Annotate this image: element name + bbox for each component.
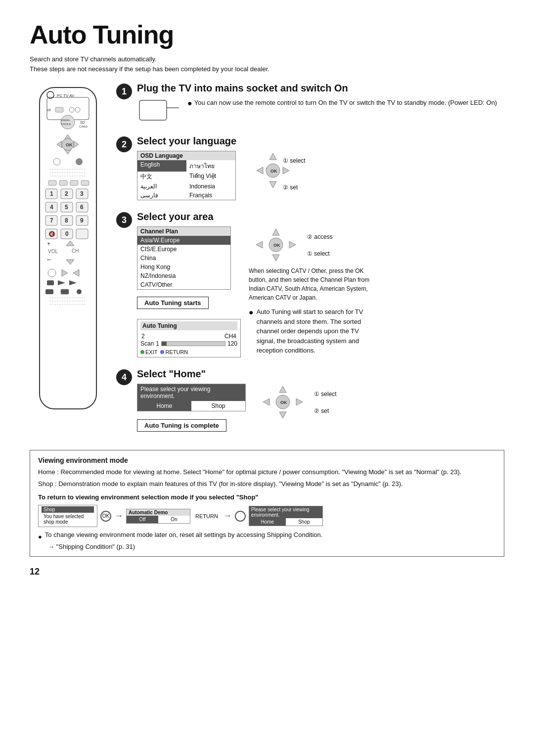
svg-text:OK: OK	[273, 243, 280, 248]
svg-rect-24	[48, 180, 56, 185]
osd-cell-vietnamese: Tiếng Việt	[186, 172, 235, 182]
svg-marker-74	[283, 167, 289, 174]
svg-text:9: 9	[80, 217, 84, 224]
remote-control-svg: PC TV AV I/II VIERA TOOLS SD CARD OK	[30, 83, 106, 439]
step-2-title: Select your language	[137, 135, 504, 147]
at-scan-num: 1	[156, 340, 159, 347]
step-1-title: Plug the TV into mains socket and switch…	[137, 83, 504, 94]
svg-text:CARD: CARD	[79, 125, 88, 128]
svg-text:1: 1	[50, 190, 53, 197]
home-option-home: Home	[137, 401, 191, 411]
step3-bullet-text: Auto Tuning will start to search for TV …	[257, 307, 377, 356]
chan-nz: NZ/Indonesia	[137, 271, 230, 280]
svg-point-6	[69, 107, 74, 112]
step-4-title: Select "Home"	[137, 368, 504, 380]
arrow-1: →	[114, 511, 123, 521]
at-scan-label: Scan	[140, 340, 154, 347]
osd-cell-french: Français	[186, 191, 235, 200]
step-4-content: Select "Home" Please select your viewing…	[137, 368, 504, 432]
at-exit-label: EXIT	[145, 349, 157, 355]
view-env-shop: Shop	[286, 518, 322, 526]
svg-rect-64	[61, 289, 69, 294]
auto-tuning-box: Auto Tuning 2 CH4 Scan 1	[137, 319, 241, 357]
at-progress-fill	[162, 342, 167, 346]
step-4-badge: 4	[116, 369, 132, 385]
step4-left: Please select your viewing environment. …	[137, 384, 246, 432]
at-exit-btn: EXIT	[140, 349, 157, 355]
svg-marker-61	[58, 280, 65, 285]
ok-circle-1: OK	[100, 511, 111, 522]
return-label-flow: RETURN	[195, 513, 218, 519]
step-2-dpad: OK ① select ② set	[246, 151, 310, 191]
svg-rect-63	[45, 289, 53, 294]
osd-cell-indonesia: Indonesia	[186, 182, 235, 191]
chan-header: Channel Plan	[137, 227, 230, 236]
step-1-row: 1 Plug the TV into mains socket and swit…	[116, 83, 504, 128]
svg-marker-73	[257, 167, 263, 174]
svg-text:OK: OK	[270, 169, 277, 174]
svg-text:6: 6	[80, 204, 84, 211]
step3-labels: ② access ① select	[307, 233, 333, 257]
svg-marker-83	[279, 386, 286, 393]
svg-point-57	[48, 269, 56, 277]
step-1-content: Plug the TV into mains socket and switch…	[137, 83, 504, 128]
osd-cell-chinese: 中文	[137, 172, 186, 182]
at-channel: CH4	[224, 333, 236, 340]
auto-tuning-starts: Auto Tuning starts	[137, 297, 209, 309]
chan-cis: CIS/E.Europe	[137, 245, 230, 254]
auto-demo-off: Off	[127, 516, 158, 523]
svg-rect-27	[81, 180, 89, 185]
arrow-2: →	[223, 511, 232, 521]
svg-text:SD: SD	[80, 121, 85, 124]
step-3-row: 3 Select your area Channel Plan Asia/W.E…	[116, 211, 504, 360]
auto-demo-on: On	[158, 516, 190, 523]
page-number: 12	[30, 567, 504, 577]
svg-marker-62	[69, 280, 77, 285]
blue-dot	[160, 350, 164, 354]
svg-marker-85	[263, 399, 269, 405]
step-4-row: 4 Select "Home" Please select your viewi…	[116, 368, 504, 432]
view-env-home: Home	[249, 518, 286, 526]
osd-language-table: OSD Language English ภาษาไทย 中文 Tiếng Vi…	[137, 151, 236, 203]
step3-catv-note: When selecting CATV / Other, press the O…	[249, 267, 377, 302]
svg-marker-80	[289, 241, 296, 248]
step-3-title: Select your area	[137, 211, 504, 222]
home-box: Please select your viewing environment. …	[137, 384, 246, 411]
svg-rect-69	[139, 100, 167, 120]
svg-marker-54	[66, 241, 74, 246]
svg-text:TOOLS: TOOLS	[61, 123, 71, 126]
svg-text:OK: OK	[280, 400, 287, 405]
step3-bullet: ● Auto Tuning will start to search for T…	[249, 307, 377, 356]
svg-text:CH: CH	[72, 248, 79, 254]
svg-marker-71	[269, 153, 276, 160]
at-return-btn: RETURN	[160, 349, 188, 355]
auto-demo-box: Automatic Demo Off On	[126, 509, 190, 524]
svg-point-20	[76, 158, 83, 165]
shop-screen: Shop You have selected shop mode	[38, 505, 97, 527]
steps-col: 1 Plug the TV into mains socket and swit…	[116, 83, 504, 440]
intro-text: Search and store TV channels automatical…	[30, 54, 504, 74]
svg-text:+: +	[47, 240, 50, 247]
at-progress-bar	[161, 341, 225, 346]
home-header: Please select your viewing environment.	[137, 384, 245, 401]
osd-cell-thai: ภาษาไทย	[186, 160, 235, 172]
svg-text:🔇: 🔇	[48, 230, 55, 237]
at-header: Auto Tuning	[140, 321, 237, 330]
svg-text:8: 8	[65, 217, 68, 224]
step-3-right: OK ② access ① select When selecting CATV…	[249, 226, 377, 356]
at-return-label: RETURN	[165, 349, 188, 355]
svg-text:I/II: I/II	[47, 108, 51, 112]
step-2-content: Select your language OSD Language Englis…	[137, 135, 504, 203]
step-2-row: 2 Select your language OSD Language Engl…	[116, 135, 504, 203]
ss-header: Shop	[42, 506, 94, 513]
svg-marker-79	[256, 241, 263, 248]
svg-marker-59	[73, 269, 79, 276]
viewing-env-box: Viewing environment mode Home : Recommen…	[30, 450, 504, 557]
osd-cell-farsi: فارسی	[137, 191, 186, 200]
chan-hk: Hong Kong	[137, 263, 230, 271]
step-2-badge: 2	[116, 136, 132, 152]
svg-text:0: 0	[65, 230, 69, 237]
svg-marker-78	[272, 255, 279, 261]
svg-point-7	[75, 107, 80, 112]
svg-text:4: 4	[50, 204, 53, 211]
